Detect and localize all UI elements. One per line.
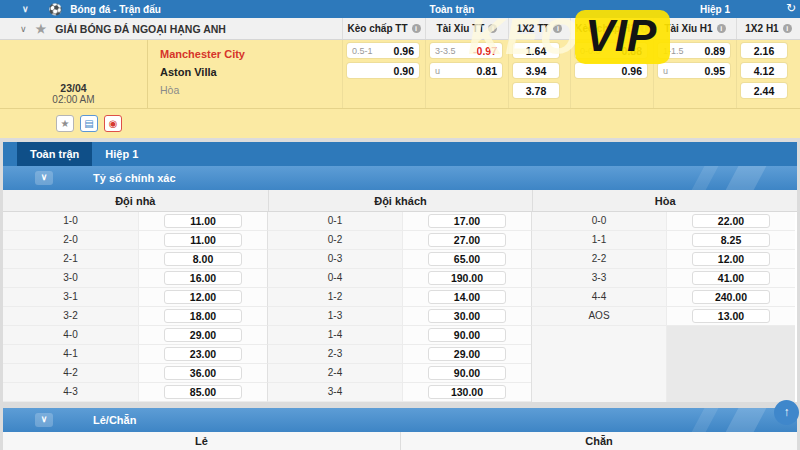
odds-box[interactable]: 1-1.50.89 (658, 43, 730, 58)
score-odds-cell: 12.00 (139, 288, 267, 307)
score-label: 3-1 (3, 288, 139, 307)
odds-box[interactable]: 2.44 (741, 83, 787, 98)
odds-column-header: 1X2 H1i (736, 18, 800, 39)
score-odds-box[interactable]: 16.00 (164, 271, 242, 285)
first-half-column-group-label: Hiệp 1 (640, 4, 790, 15)
score-label: 3-3 (531, 269, 667, 288)
odds-box[interactable]: 0-0.50.88 (575, 43, 647, 58)
score-odds-box[interactable]: 22.00 (692, 214, 770, 228)
score-odds-cell: 85.00 (139, 383, 267, 402)
odds-box[interactable]: u0.95 (658, 63, 730, 78)
score-odds-box[interactable]: 18.00 (164, 309, 242, 323)
correct-score-title: Tỷ số chính xác (93, 172, 176, 184)
score-odds-box[interactable]: 90.00 (428, 328, 506, 342)
odds-line-label: 1-1.5 (663, 46, 684, 56)
odds-column-header: Kèo chấp TTi (342, 18, 425, 39)
score-label: 0-1 (267, 212, 403, 231)
score-odds-box[interactable]: 240.00 (692, 290, 770, 304)
score-label: 0-4 (267, 269, 403, 288)
odds-box[interactable]: 1.64 (513, 43, 559, 58)
score-odds-box[interactable]: 65.00 (428, 252, 506, 266)
odds-value: 4.12 (754, 65, 774, 77)
score-odds-cell: 41.00 (667, 269, 795, 288)
collapse-chevron-icon[interactable]: ∨ (35, 413, 53, 427)
info-icon[interactable]: i (717, 24, 726, 33)
home-group-header: Đội nhà (3, 190, 268, 211)
odds-line-label: 0.5-1 (352, 46, 373, 56)
score-label (531, 364, 667, 383)
info-icon[interactable]: i (553, 24, 562, 33)
collapse-chevron-icon[interactable]: ∨ (35, 171, 53, 185)
odds-box[interactable]: 0.90 (347, 63, 419, 78)
odds-box[interactable]: 3.78 (513, 83, 559, 98)
chevron-down-icon[interactable]: ∨ (22, 4, 29, 14)
away-team-name[interactable]: Aston Villa (160, 63, 245, 81)
score-odds-box[interactable]: 11.00 (164, 214, 242, 228)
odds-box[interactable]: 2.16 (741, 43, 787, 58)
score-table-row: 3-112.001-214.004-4240.00 (3, 288, 797, 307)
score-odds-box[interactable]: 12.00 (692, 252, 770, 266)
score-label: 2-2 (531, 250, 667, 269)
star-icon[interactable]: ★ (36, 22, 47, 36)
score-odds-box[interactable]: 8.00 (164, 252, 242, 266)
score-label (531, 326, 667, 345)
info-icon[interactable]: i (488, 24, 497, 33)
tab-first-half[interactable]: Hiệp 1 (92, 142, 151, 166)
info-icon[interactable]: i (412, 24, 421, 33)
score-label: 3-2 (3, 307, 139, 326)
odd-even-column-header: Lẻ (3, 432, 400, 450)
odds-value: 2.44 (754, 85, 774, 97)
score-odds-cell: 30.00 (403, 307, 531, 326)
live-stream-icon[interactable]: ▤ (80, 115, 98, 132)
score-odds-cell: 90.00 (403, 364, 531, 383)
odds-line-label: 0-0.5 (580, 46, 601, 56)
odds-box[interactable]: 0.5-10.96 (347, 43, 419, 58)
score-odds-box[interactable]: 85.00 (164, 385, 242, 399)
favorite-star-icon[interactable]: ★ (56, 115, 74, 132)
odds-column-label: 1X2 H1 (745, 23, 778, 34)
score-odds-box[interactable]: 14.00 (428, 290, 506, 304)
refresh-icon[interactable]: ↻ (786, 1, 796, 15)
league-title: GIẢI BÓNG ĐÁ NGOẠI HẠNG ANH (55, 23, 226, 35)
score-odds-box[interactable]: 13.00 (692, 309, 770, 323)
score-odds-box[interactable]: 8.25 (692, 233, 770, 247)
score-label: 4-0 (3, 326, 139, 345)
score-odds-box[interactable]: 12.00 (164, 290, 242, 304)
odds-value: 3.78 (526, 85, 546, 97)
full-match-column-group-label: Toàn trận (342, 4, 562, 15)
score-odds-cell: 27.00 (403, 231, 531, 250)
score-odds-box[interactable]: 29.00 (428, 347, 506, 361)
hot-match-icon[interactable]: ◉ (104, 115, 122, 132)
tab-full-match[interactable]: Toàn trận (17, 142, 92, 166)
score-odds-cell: 240.00 (667, 288, 795, 307)
score-odds-box[interactable]: 36.00 (164, 366, 242, 380)
odds-box[interactable]: 3-3.5-0.97 (430, 43, 502, 58)
score-label: 2-4 (267, 364, 403, 383)
score-label: 0-2 (267, 231, 403, 250)
odds-box[interactable]: u0.81 (430, 63, 502, 78)
match-time: 02:00 AM (52, 94, 94, 105)
score-odds-box[interactable]: 17.00 (428, 214, 506, 228)
score-odds-box[interactable]: 29.00 (164, 328, 242, 342)
score-odds-box[interactable]: 23.00 (164, 347, 242, 361)
chevron-down-icon[interactable]: ∨ (20, 24, 27, 34)
home-team-name[interactable]: Manchester City (160, 45, 245, 63)
odds-column-label: 1X2 TT (517, 23, 550, 34)
score-odds-box[interactable]: 30.00 (428, 309, 506, 323)
odds-box[interactable]: 3.94 (513, 63, 559, 78)
score-odds-cell (667, 345, 795, 364)
score-odds-box[interactable]: 130.00 (428, 385, 506, 399)
odds-box[interactable]: 0.96 (575, 63, 647, 78)
score-odds-box[interactable]: 190.00 (428, 271, 506, 285)
score-odds-box[interactable]: 41.00 (692, 271, 770, 285)
odd-even-section-header: ∨ Lẻ/Chẵn (3, 408, 797, 432)
score-odds-box[interactable]: 27.00 (428, 233, 506, 247)
info-icon[interactable]: i (783, 24, 792, 33)
score-odds-box[interactable]: 90.00 (428, 366, 506, 380)
score-label (531, 345, 667, 364)
odds-box[interactable]: 4.12 (741, 63, 787, 78)
score-odds-box[interactable]: 11.00 (164, 233, 242, 247)
info-icon[interactable]: i (640, 24, 649, 33)
odds-value: 0.89 (705, 45, 725, 57)
scroll-to-top-button[interactable]: ↑ (774, 400, 799, 425)
